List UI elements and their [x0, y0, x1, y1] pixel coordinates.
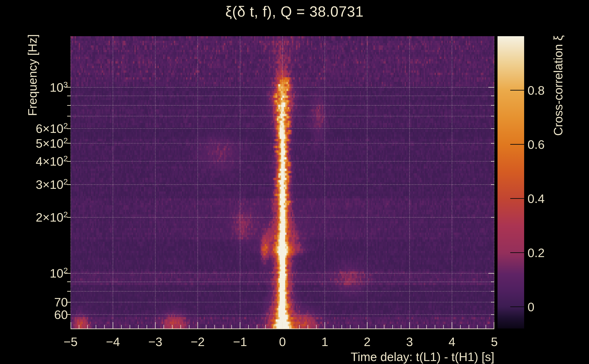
- x-tick-label: −5: [64, 335, 78, 349]
- x-tick-label: 1: [321, 335, 328, 349]
- y-minor-tick: [67, 302, 71, 303]
- colorbar-tick: [510, 198, 524, 199]
- colorbar-tick-label: 0.6: [528, 137, 545, 151]
- y-minor-tick: [67, 161, 71, 162]
- y-minor-tick: [67, 217, 71, 218]
- colorbar-tick-label: 0.4: [528, 192, 545, 206]
- x-tick-label: −1: [233, 335, 247, 349]
- y-minor-tick: [67, 96, 71, 96]
- colorbar-tick: [510, 90, 524, 91]
- y-axis-title: Frequency [Hz]: [26, 34, 39, 116]
- y-minor-tick: [67, 105, 71, 106]
- y-tick-label: 2×102: [36, 210, 68, 224]
- y-major-tick: [65, 87, 71, 88]
- x-axis-line: [71, 329, 494, 329]
- chart-title: ξ(δ t, f), Q = 38.0731: [0, 3, 589, 20]
- chart-figure: ξ(δ t, f), Q = 38.0731 −5−4−3−2−1012345 …: [0, 0, 589, 364]
- colorbar-tick-label: 0.2: [528, 246, 545, 260]
- y-minor-tick: [67, 314, 71, 315]
- spectrogram-heatmap: [71, 36, 494, 329]
- x-tick-label: 0: [279, 335, 286, 349]
- y-tick-label: 60: [54, 308, 68, 322]
- x-tick-label: 2: [364, 335, 371, 349]
- y-minor-tick: [67, 281, 71, 282]
- y-minor-tick: [67, 116, 71, 117]
- y-tick-label: 6×102: [36, 122, 68, 136]
- x-tick-label: −3: [148, 335, 163, 349]
- colorbar-tick: [510, 252, 524, 253]
- x-tick-label: 3: [406, 335, 413, 349]
- colorbar-tick-label: 0: [528, 300, 534, 314]
- y-tick-label: 3×102: [36, 177, 68, 192]
- x-tick-label: 5: [491, 335, 498, 349]
- y-minor-tick: [67, 291, 71, 292]
- colorbar: [497, 36, 524, 329]
- x-tick-label: 4: [449, 335, 455, 349]
- y-minor-tick: [67, 128, 71, 129]
- y-major-tick: [65, 273, 71, 274]
- colorbar-title: Cross-correlation ξ: [551, 35, 565, 136]
- y-tick-label: 5×102: [36, 136, 68, 150]
- colorbar-tick: [510, 306, 524, 307]
- y-tick-label: 70: [54, 295, 68, 309]
- y-minor-tick: [67, 143, 71, 143]
- x-tick-label: −4: [106, 335, 120, 349]
- y-tick-label: 4×102: [36, 154, 68, 168]
- colorbar-tick: [510, 144, 524, 145]
- x-axis-title: Time delay: t(L1) - t(H1) [s]: [351, 350, 494, 364]
- colorbar-tick-label: 0.8: [528, 83, 545, 97]
- y-minor-tick: [67, 184, 71, 185]
- x-tick-label: −2: [191, 335, 205, 349]
